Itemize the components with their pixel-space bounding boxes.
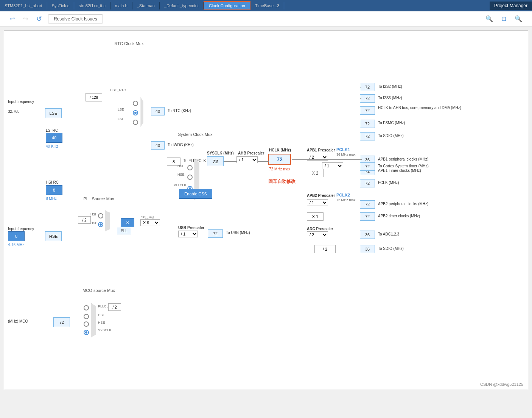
pllmul-label: *PLLMul [141,215,154,219]
sdio-unit-label: To SDIO (MHz) [378,246,404,251]
hclk-label: HCLK (MHz) [269,148,291,152]
tab-project-manager[interactable]: Project Manager [490,2,532,10]
mco-hsi-label: HSI [98,313,104,317]
fsmc-unit-label: To FSMC (MHz) [378,121,405,125]
adc-prescaler-select[interactable]: / 2 [307,231,328,238]
apb2-x1-box: X 1 [307,212,324,221]
lse-box[interactable]: LSE [45,108,62,118]
hclk-val-box[interactable]: 72 [268,154,291,165]
usb-prescaler-select[interactable]: / 1 [178,231,198,237]
refresh-button[interactable]: ↺ [34,14,44,24]
lsi-rc-unit: 40 KHz [46,144,58,148]
zoom-in-button[interactable]: 🔍 [512,14,524,23]
pclk1-max-label: 36 MHz max [336,153,356,156]
rtc-mux-radio-hse[interactable] [133,101,138,106]
pll-box: PLL [117,227,131,234]
hclk-ahb-unit-label: HCLK to AHB bus, core, memory and DMA (M… [378,106,446,110]
apb1-prescaler-label: APB1 Prescaler [307,148,335,152]
pll-mux-radio-hse[interactable] [98,222,103,227]
tab-clock-config[interactable]: Clock Configuration [204,1,250,10]
line-hclk-vert [360,84,360,183]
hse-input-box[interactable]: 8 [8,231,25,241]
tab-stm32it[interactable]: stm32f1xx_it.c [74,2,110,9]
pll-mux-radio-hsi[interactable] [98,213,103,218]
pclk2-val-box: 72 [360,200,375,209]
tab-statman[interactable]: _Statman [132,2,160,9]
tab-stm32-1[interactable]: STM32F1_hsi_abort [0,2,47,9]
line-to-i2s3 [360,98,361,99]
sdio-val-box: 36 [360,245,375,253]
ahb-prescaler-select[interactable]: / 1 [236,156,258,163]
undo-button[interactable]: ↩ [8,14,17,23]
fclk-val-box: 72 [360,179,375,187]
mco-div2-box: / 2 [108,303,121,311]
clock-diagram-canvas: RTC Clock Mux System Clock Mux PLL Sourc… [4,30,528,390]
expand-button[interactable]: ⊡ [499,14,509,23]
usb-prescaler-label: USB Prescaler [178,226,204,230]
rtc-mux [138,97,145,127]
i2s2-unit-label: To I2S2 (MHz) [378,84,402,89]
redo-button[interactable]: ↪ [21,14,30,23]
mco-val-box[interactable]: 72 [53,317,70,327]
pll-mul-select[interactable]: X 9 [140,219,160,226]
mco-sysclk-label: SYSCLK [98,328,112,332]
mco-radio-sysclk[interactable] [84,330,89,335]
lsi-rc-box[interactable]: 40 [46,133,62,143]
line-ahb-hclk [258,161,269,162]
input-freq-bottom-label: Input frequency [8,227,34,231]
tab-systick[interactable]: SysTick.c [47,2,75,9]
mco-source-mux-title: MCO source Mux [78,288,120,293]
cortex-unit-label: To Cortex System timer (MHz) [378,164,429,168]
sdio2-unit-label: To SDIO (MHz) [378,134,404,138]
pclk2-unit-label: APB2 peripheral clocks (MHz) [378,202,428,206]
mco-mux [89,303,98,337]
mco-hse-label: HSE [98,321,105,324]
mco-radio-hsi[interactable] [84,314,89,319]
sys-mux-hsi-label: HSI [177,164,183,168]
mco-radio-hse[interactable] [84,321,89,327]
tab-mainh[interactable]: main.h [110,2,132,9]
mco-radio-pllclk[interactable] [84,305,89,310]
hse-range-label: 4-16 MHz [8,243,24,247]
iwdg-val-box: 40 [151,141,165,150]
fsmc-val-box: 72 [360,120,375,128]
sys-mux-radio-hse[interactable] [187,175,193,180]
rtc-clock-mux-title: RTC Clock Mux [106,41,152,46]
hsi-rc-box[interactable]: 8 [46,185,62,195]
rtc-mux-radio-lsi[interactable] [133,120,138,125]
pclk1-label: PCLK1 [336,147,350,152]
apb2-prescaler-select[interactable]: / 1 [307,199,328,206]
line-sysclk-ahb [224,161,237,162]
sysclk-label: SYSCLK (MHz) [207,151,234,155]
watermark-text: CSDN @xddwg521125 [480,382,523,387]
adc-prescaler-label: ADC Prescaler [307,227,333,231]
fclk-unit-label: FCLK (MHz) [378,181,399,185]
rtc-mux-radio-lse[interactable] [133,110,138,115]
hclk-ahb-val-box: 72 [360,106,375,115]
pll-source-mux-title: PLL Source Mux [78,197,120,201]
enable-css-button[interactable]: Enable CSS [179,189,212,199]
rtc-mux-lsi-label: LSI [118,117,123,121]
chinese-annotation: 回车自动修改 [268,178,296,185]
pll-mul-val-box[interactable]: 8 [121,218,134,227]
resolve-clock-button[interactable]: Resolve Clock Issues [48,14,103,23]
apb2-prescaler-label: APB2 Prescaler [307,193,335,198]
sys-mux-hse-label: HSE [177,173,185,176]
toolbar: ↩ ↪ ↺ Resolve Clock Issues 🔍 ⊡ 🔍 [0,11,532,27]
tab-timebase[interactable]: TimeBase...3 [250,2,284,9]
hse-box[interactable]: HSE [45,231,62,241]
input-freq-top-label: Input frequency [8,100,34,104]
tab-default[interactable]: _Default_typecoint [160,2,204,9]
sysclk-val-box[interactable]: 72 [207,156,224,166]
pclk2-label: PCLK2 [336,193,350,197]
rtc-val-box[interactable]: 40 [151,107,165,115]
sys-mux-radio-hsi[interactable] [187,165,193,170]
sdio2-val-box: 72 [360,132,375,140]
tab-bar: STM32F1_hsi_abort SysTick.c stm32f1xx_it… [0,0,532,11]
pll-source-mux [103,211,112,231]
mco-unit-label: (MHz) MCO [8,319,28,323]
cortex-div-select[interactable]: / 1 [322,162,343,169]
zoom-out-button[interactable]: 🔍 [483,14,495,23]
adc-unit-label: To ADC1,2,3 [378,232,399,236]
lsi-rc-label: LSI RC [46,128,58,133]
